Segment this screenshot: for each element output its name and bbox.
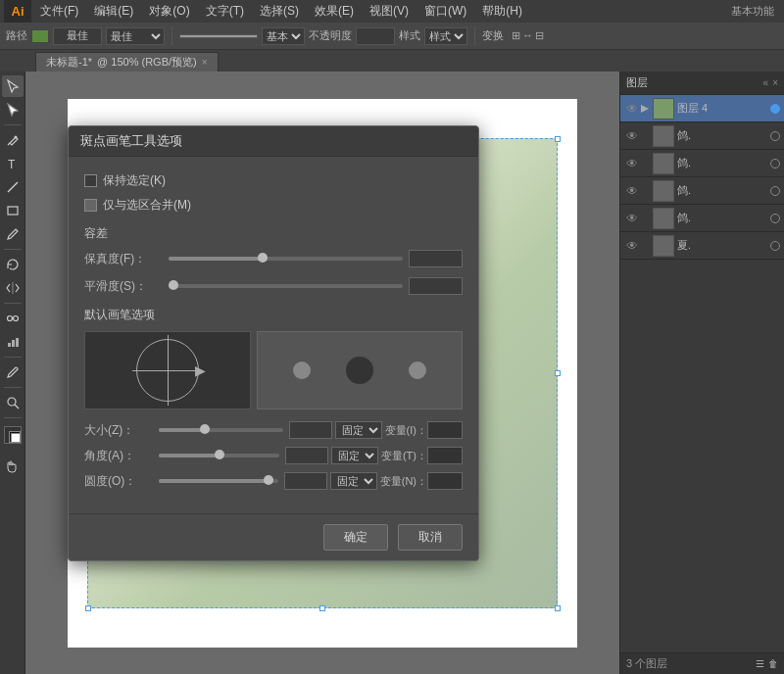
size-mode-select[interactable]: 固定 [335, 421, 382, 439]
layer-row[interactable]: 👁 图层 4 [620, 95, 784, 122]
tool-bar: 路径 最佳 基本 不透明度 100% 样式 样式 变换 ⊞ ↔ ⊟ [0, 23, 784, 50]
menu-window[interactable]: 窗口(W) [417, 1, 473, 22]
mirror-tool[interactable] [2, 277, 24, 299]
delete-layer-btn[interactable]: 🗑 [768, 658, 778, 669]
angle-slider[interactable] [159, 454, 279, 457]
select-tool[interactable] [2, 75, 24, 97]
layer-row[interactable]: 👁 鸽. [620, 150, 784, 177]
layer-visibility[interactable]: 👁 [624, 128, 640, 144]
mode-select[interactable]: 最佳 [106, 27, 165, 45]
t-icon2[interactable]: ↔ [522, 29, 533, 42]
divider [172, 26, 172, 46]
size-label: 大小(Z)： [84, 422, 153, 439]
tool-sep-4 [4, 357, 22, 358]
merge-selection-checkbox[interactable] [84, 199, 97, 212]
layers-footer: 3 个图层 ☰ 🗑 [620, 652, 784, 674]
line-tool[interactable] [2, 176, 24, 198]
brush-tool[interactable] [2, 223, 24, 245]
pen-tool[interactable] [2, 129, 24, 151]
right-func: 基本功能 [731, 4, 780, 19]
menu-text[interactable]: 文字(T) [199, 1, 251, 22]
angle-label: 角度(A)： [84, 448, 153, 464]
new-layer-btn[interactable]: ☰ [756, 658, 764, 669]
tolerance-section-label: 容差 [84, 225, 463, 242]
layer-row[interactable]: 👁 鸽. [620, 122, 784, 150]
angle-mode-select[interactable]: 固定 [331, 447, 378, 464]
eyedropper-tool[interactable] [2, 361, 24, 383]
keep-selection-checkbox[interactable] [84, 174, 97, 187]
roundness-label: 圆度(O)： [84, 473, 153, 490]
angle-input[interactable]: -3° [285, 447, 328, 464]
fidelity-slider[interactable] [169, 257, 403, 261]
layer-visibility[interactable]: 👁 [624, 238, 640, 254]
menu-view[interactable]: 视图(V) [363, 1, 416, 22]
layer-visibility[interactable]: 👁 [624, 211, 640, 226]
menu-effect[interactable]: 效果(E) [308, 1, 361, 22]
brush-dot-large [409, 361, 426, 379]
size-variance-input[interactable]: 1 pt [427, 421, 463, 439]
layer-thumb [653, 180, 674, 202]
smoothness-input[interactable]: 0% [409, 277, 463, 295]
opacity-input[interactable]: 100% [356, 27, 395, 45]
cancel-button[interactable]: 取消 [398, 524, 463, 551]
layer-name: 鸽. [677, 211, 770, 225]
menu-bar: Ai 文件(F) 编辑(E) 对象(O) 文字(T) 选择(S) 效果(E) 视… [0, 0, 784, 23]
menu-select[interactable]: 选择(S) [253, 1, 306, 22]
layer-row[interactable]: 👁 鸽. [620, 205, 784, 232]
layers-close[interactable]: × [772, 77, 778, 88]
path-label: 路径 [6, 28, 27, 43]
layers-list: 👁 图层 4 👁 鸽. 👁 鸽. [620, 95, 784, 652]
dialog-overlay: 斑点画笔工具选项 保持选定(K) 仅与选区合并(M) 容差 [25, 72, 619, 674]
svg-rect-7 [8, 343, 11, 347]
smoothness-label: 平滑度(S)： [84, 278, 163, 295]
dialog-title: 斑点画笔工具选项 [69, 126, 478, 157]
hand-tool[interactable] [2, 456, 24, 477]
blend-tool[interactable] [2, 308, 24, 329]
t-icon3[interactable]: ⊟ [535, 29, 544, 42]
layer-thumb [653, 208, 674, 229]
layers-title: 图层 [626, 75, 648, 90]
stroke-select[interactable]: 基本 [262, 27, 305, 45]
stroke-preview[interactable] [179, 34, 258, 38]
rect-tool[interactable] [2, 200, 24, 221]
roundness-variance-input[interactable]: 0% [427, 472, 463, 490]
layer-row[interactable]: 👁 夏. [620, 232, 784, 260]
column-graph-tool[interactable] [2, 331, 24, 353]
tab-close[interactable]: × [202, 57, 208, 68]
fidelity-input[interactable]: 9 px [409, 250, 463, 267]
rotate-tool[interactable] [2, 254, 24, 275]
zoom-tool[interactable] [2, 392, 24, 413]
layer-indicator [770, 214, 780, 223]
canvas-area: 🐦 斑点画笔工具选项 [25, 72, 619, 674]
roundness-input[interactable]: 100% [284, 472, 327, 490]
menu-file[interactable]: 文件(F) [33, 1, 85, 22]
ok-button[interactable]: 确定 [323, 524, 388, 551]
fill-color[interactable] [4, 426, 22, 444]
type-tool[interactable]: T [2, 153, 24, 174]
smoothness-slider[interactable] [169, 284, 403, 288]
layer-name: 夏. [677, 238, 770, 253]
roundness-slider[interactable] [159, 479, 278, 483]
menu-edit[interactable]: 编辑(E) [87, 1, 140, 22]
layers-collapse[interactable]: « [763, 77, 769, 88]
size-slider[interactable] [159, 428, 283, 432]
layer-row[interactable]: 👁 鸽. [620, 177, 784, 205]
document-tab[interactable]: 未标题-1* @ 150% (RGB/预览) × [35, 52, 219, 72]
size-input[interactable]: 20 pt [289, 421, 332, 439]
menu-object[interactable]: 对象(O) [142, 1, 196, 22]
angle-variance-input[interactable]: 0° [427, 447, 463, 464]
style-select[interactable]: 样式 [424, 27, 467, 45]
layer-expand[interactable] [640, 101, 650, 117]
svg-rect-3 [8, 207, 18, 215]
roundness-mode-select[interactable]: 固定 [330, 472, 377, 490]
layer-visibility[interactable]: 👁 [624, 156, 640, 171]
direct-select-tool[interactable] [2, 99, 24, 120]
menu-help[interactable]: 帮助(H) [475, 1, 529, 22]
tool-input[interactable] [53, 27, 102, 45]
layer-visibility[interactable]: 👁 [624, 101, 640, 117]
layer-visibility[interactable]: 👁 [624, 183, 640, 199]
angle-row: 角度(A)： -3° 固定 变量(T)： 0° [84, 447, 463, 464]
svg-point-6 [13, 316, 18, 321]
t-icon1[interactable]: ⊞ [512, 29, 520, 42]
green-indicator[interactable] [31, 29, 49, 43]
